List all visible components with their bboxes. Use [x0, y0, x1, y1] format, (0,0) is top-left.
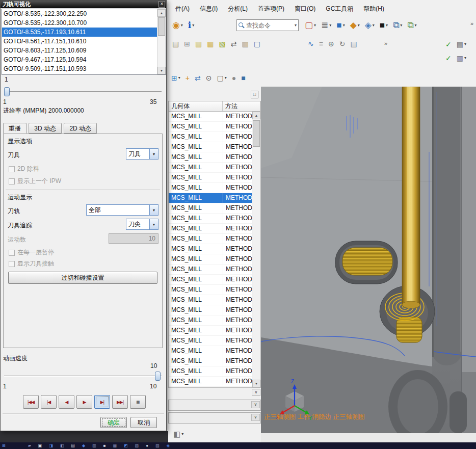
cancel-button[interactable]: 取消 [130, 417, 157, 428]
goto-item[interactable]: GOTO/-8.535,-117.193,10.611 [2, 28, 157, 37]
scroll-up-icon[interactable]: ▲ [157, 9, 166, 17]
skip-to-start-button[interactable]: |◀◀ [23, 395, 39, 409]
geometry-row[interactable]: MCS_MILL METHOD [169, 234, 260, 244]
geometry-row[interactable]: MCS_MILL METHOD [169, 132, 260, 142]
tab-3d-dynamic[interactable]: 3D 动态 [29, 123, 62, 134]
datum-circle-icon[interactable]: ⊙ [204, 71, 214, 84]
taskbar-icon[interactable]: ▨ [155, 442, 160, 449]
chevron-down-icon[interactable]: ▾ [192, 23, 194, 28]
menu-item[interactable]: 首选项(P) [253, 3, 289, 15]
simulate-icon[interactable]: ↻ [337, 37, 348, 50]
cube-display-icon[interactable]: ■ [239, 71, 247, 84]
toolpath-combo[interactable]: 全部 ▼ [86, 204, 158, 216]
taskbar-icon[interactable]: ▥ [92, 442, 96, 449]
orient-view-icon[interactable]: ◆ ▾ [348, 17, 362, 33]
chevron-down-icon[interactable]: ▾ [181, 432, 183, 436]
close-icon[interactable]: × [158, 1, 165, 8]
search-input[interactable] [246, 22, 292, 29]
chevron-down-icon[interactable]: ▾ [358, 23, 360, 28]
goto-item[interactable]: GOTO/-8.561,-117.151,10.610 [2, 37, 157, 46]
geometry-row[interactable]: MCS_MILL METHOD [169, 315, 260, 326]
column-header-geometry[interactable]: 几何体 [169, 101, 223, 111]
view-background-icon[interactable]: ■ ▾ [378, 17, 390, 33]
menu-item[interactable]: GC工具箱 [321, 3, 358, 15]
step-backward-button[interactable]: |◀ [41, 395, 57, 409]
geometry-row[interactable]: MCS_MILL METHOD [169, 377, 260, 387]
chevron-down-icon[interactable]: ▾ [314, 23, 316, 28]
scrollbar-thumb[interactable] [158, 17, 165, 36]
chevron-down-icon[interactable]: ▾ [225, 75, 227, 80]
exchange-icon[interactable]: ⇄ [229, 37, 239, 50]
goto-item[interactable]: GOTO/-9.509,-117.151,10.593 [2, 64, 157, 73]
combo-arrow-icon[interactable]: ▼ [149, 149, 158, 159]
taskbar-icon[interactable]: ▧ [135, 442, 139, 449]
taskbar-icon[interactable]: ■ [103, 442, 106, 449]
scrollbar-thumb[interactable] [253, 120, 260, 147]
geometry-row[interactable]: MCS_MILL METHOD [169, 203, 260, 214]
geometry-row[interactable]: MCS_MILL METHOD [169, 356, 260, 366]
create-program-icon[interactable]: ▧ [217, 37, 227, 50]
post-process-icon[interactable]: ▤ [348, 37, 359, 50]
verify-check-icon[interactable]: ✓ [443, 51, 454, 64]
geometry-row[interactable]: MCS_MILL METHOD [169, 152, 260, 163]
move-component-icon[interactable]: ⇄ [193, 71, 203, 84]
taskbar-icon[interactable]: ◈ [167, 442, 170, 449]
combo-arrow-icon[interactable]: ▼ [149, 219, 158, 229]
panel-expand-chevron[interactable]: ∨ [251, 401, 260, 408]
geometry-row[interactable]: MCS_MILL METHOD [169, 163, 260, 173]
play-forward-button[interactable]: ▶ [76, 395, 92, 409]
table-expand-chevron[interactable]: ∨ [252, 389, 260, 396]
geometry-row[interactable]: MCS_MILL METHOD [169, 275, 260, 285]
geometry-view-icon[interactable]: ▦ [193, 37, 204, 50]
selection-filter-icon[interactable]: ▢ ▾ [303, 17, 318, 33]
chevron-down-icon[interactable]: ▾ [343, 23, 345, 28]
viewport-3d[interactable]: X Y Z 正三轴测图 工作 消隐边 正三轴测图 [261, 87, 476, 433]
taskbar-icon[interactable]: ▣ [38, 442, 42, 449]
toolbar-overflow-icon[interactable]: » [470, 20, 473, 27]
restore-window-button[interactable]: □ [251, 91, 258, 98]
taskbar-icon[interactable]: ⊞ [2, 442, 6, 449]
method-view-icon[interactable]: ▦ [205, 37, 216, 50]
chevron-down-icon[interactable]: ▾ [329, 23, 331, 28]
menu-item[interactable]: 件(A) [170, 3, 195, 15]
geometry-row[interactable]: MCS_MILL METHOD [169, 173, 260, 183]
ok-button[interactable]: 确定 [100, 417, 127, 428]
generate-toolpath-icon[interactable]: ∿ [306, 37, 316, 50]
geometry-row[interactable]: MCS_MILL METHOD [169, 326, 260, 336]
taskbar-icon[interactable]: ◩ [124, 442, 128, 449]
geometry-row[interactable]: MCS_MILL METHOD [169, 122, 260, 132]
program-view-icon[interactable]: ▤ [170, 37, 181, 50]
toolbar-overflow-icon[interactable]: » [384, 40, 387, 46]
layer-settings-icon[interactable]: ≣ ▾ [319, 17, 333, 33]
gouge-collision-settings-button[interactable]: 过切和碰撞设置 [8, 272, 157, 284]
taskbar-icon[interactable]: ◨ [49, 442, 53, 449]
chevron-down-icon[interactable]: ▾ [181, 23, 183, 28]
goto-item[interactable]: GOTO/-8.535,-122.300,10.700 [2, 18, 157, 28]
goto-item[interactable]: GOTO/-8.535,-122.300,22.250 [2, 9, 157, 18]
tool-trace-combo[interactable]: 刀尖 ▼ [126, 219, 158, 230]
geometry-row[interactable]: MCS_MILL METHOD [169, 112, 260, 122]
collapsed-panel-1[interactable]: ∨ [168, 400, 261, 411]
geometry-row[interactable]: MCS_MILL METHOD [169, 193, 260, 203]
geometry-row[interactable]: MCS_MILL METHOD [169, 244, 260, 254]
geometry-row[interactable]: MCS_MILL METHOD [169, 183, 260, 193]
menu-item[interactable]: 窗口(O) [289, 3, 321, 15]
tab-2d-dynamic[interactable]: 2D 动态 [64, 123, 97, 134]
confirm-check-icon[interactable]: ✓ [443, 38, 454, 50]
stop-button[interactable]: ■ [130, 395, 146, 409]
chevron-down-icon[interactable]: ▾ [414, 23, 416, 28]
menu-item[interactable]: 帮助(H) [358, 3, 389, 15]
progress-slider-thumb[interactable] [4, 87, 10, 96]
goto-item[interactable]: GOTO/-8.603,-117.125,10.609 [2, 46, 157, 55]
speed-slider[interactable] [3, 372, 163, 381]
taskbar-icon[interactable]: ● [146, 442, 148, 449]
geometry-row[interactable]: MCS_MILL METHOD [169, 366, 260, 377]
progress-slider[interactable] [3, 87, 163, 96]
point-constructor-icon[interactable]: + [183, 71, 192, 84]
geometry-row[interactable]: MCS_MILL METHOD [169, 142, 260, 152]
chevron-down-icon[interactable]: ▾ [464, 42, 466, 46]
shop-doc-icon[interactable]: ▢ [252, 37, 262, 50]
menu-item[interactable]: 分析(L) [223, 3, 253, 15]
geometry-row[interactable]: MCS_MILL METHOD [169, 265, 260, 275]
collapsed-panel-2[interactable]: ∨ [168, 412, 261, 424]
